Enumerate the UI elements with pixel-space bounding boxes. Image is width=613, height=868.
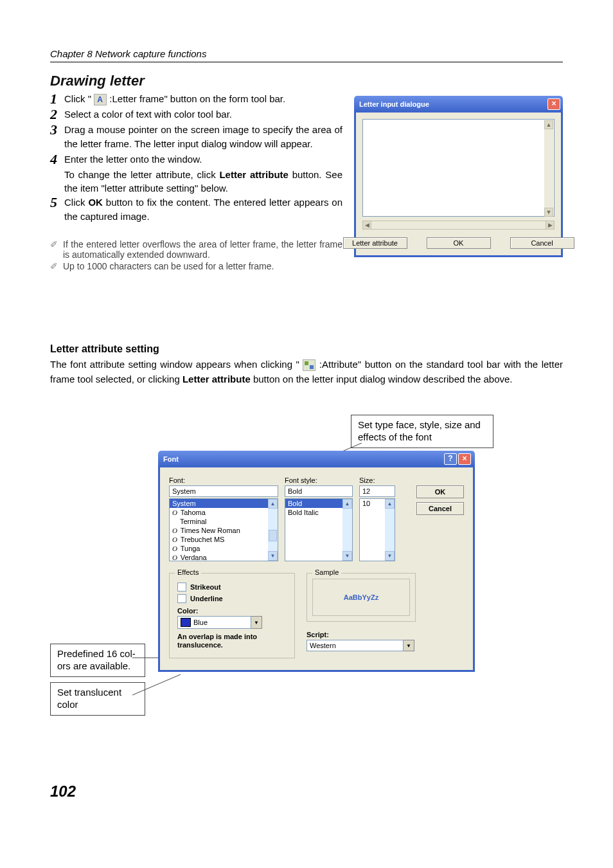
text-bold: Letter attribute	[182, 374, 251, 384]
underline-checkbox[interactable]: Underline	[177, 594, 287, 603]
step-3: Drag a mouse pointer on the screen image…	[64, 123, 342, 151]
text: Click	[64, 197, 88, 208]
note-1: If the entered letter overflows the area…	[63, 239, 342, 260]
color-value: Blue	[193, 619, 208, 626]
scrollbar-vertical[interactable]: ▲ ▼	[342, 499, 352, 561]
scroll-down-icon[interactable]: ▼	[268, 551, 278, 561]
chevron-down-icon[interactable]: ▼	[251, 616, 262, 629]
scrollbar-horizontal[interactable]: ◀ ▶	[362, 221, 555, 230]
scroll-up-icon[interactable]: ▲	[385, 499, 395, 509]
step-number: 5	[50, 195, 60, 224]
font-style-input[interactable]: Bold	[285, 485, 353, 497]
checkbox-label: Strikeout	[190, 583, 221, 591]
ok-button[interactable]: OK	[427, 237, 491, 249]
sample-label: Sample	[312, 568, 341, 576]
close-icon[interactable]: ×	[547, 98, 560, 110]
scroll-down-icon[interactable]: ▼	[544, 208, 553, 217]
step-5: Click OK button to fix the content. The …	[64, 195, 342, 224]
font-style-label: Font style:	[285, 476, 353, 484]
font-dialog-titlebar: Font ? ×	[158, 451, 475, 467]
script-combo[interactable]: Western ▼	[306, 640, 414, 651]
chevron-down-icon[interactable]: ▼	[404, 640, 414, 651]
list-item[interactable]: Times New Roman	[170, 526, 278, 535]
step-2: Select a color of text with color tool b…	[64, 107, 342, 122]
scroll-up-icon[interactable]: ▲	[544, 120, 553, 129]
text: button on the letter input dialog window…	[251, 374, 513, 384]
dialog-titlebar: Letter input dialogue ×	[354, 96, 563, 113]
text: To change the letter attribute, click	[64, 169, 219, 180]
color-combo[interactable]: Blue ▼	[177, 616, 262, 629]
overlap-note: An overlap is made into translucence.	[177, 633, 287, 649]
font-dialog: Font ? × Font: System System Tahoma Te	[158, 451, 475, 671]
note-icon: ✐	[50, 239, 58, 260]
sample-preview: AaBbYyZz	[312, 579, 410, 616]
size-label: Size:	[359, 476, 395, 484]
cancel-button[interactable]: Cancel	[416, 502, 464, 515]
scroll-up-icon[interactable]: ▲	[342, 499, 352, 509]
step-4: Enter the letter onto the window.	[64, 152, 342, 167]
script-label: Script:	[306, 631, 416, 638]
list-item[interactable]: System	[170, 499, 278, 508]
step-number: 4	[50, 152, 60, 167]
list-item[interactable]: Tunga	[170, 544, 278, 553]
step-4-sub: To change the letter attribute, click Le…	[64, 168, 342, 196]
text-bold: OK	[88, 197, 103, 208]
section-title: Drawing letter	[50, 73, 563, 89]
callout-line	[132, 673, 184, 699]
letter-textarea[interactable]: ▲ ▼	[362, 119, 555, 217]
svg-line-2	[132, 674, 181, 695]
scroll-up-icon[interactable]: ▲	[268, 499, 278, 509]
page-number: 102	[50, 782, 76, 800]
scroll-left-icon[interactable]: ◀	[362, 221, 371, 230]
scrollbar-vertical[interactable]: ▲ ▼	[544, 120, 553, 217]
scroll-down-icon[interactable]: ▼	[342, 551, 352, 561]
cancel-button[interactable]: Cancel	[510, 237, 574, 249]
color-swatch-icon	[181, 618, 191, 627]
text: The font attribute setting window appear…	[50, 359, 299, 370]
scroll-down-icon[interactable]: ▼	[385, 551, 395, 561]
size-listbox[interactable]: 10 ▲ ▼	[359, 498, 395, 561]
script-value: Western	[306, 640, 404, 651]
notes: ✐If the entered letter overflows the are…	[50, 239, 342, 272]
note-2: Up to 1000 characters can be used for a …	[63, 261, 274, 272]
letter-attribute-button[interactable]: Letter attribute	[343, 237, 407, 249]
scroll-thumb[interactable]	[269, 530, 277, 541]
strikeout-checkbox[interactable]: Strikeout	[177, 583, 287, 592]
text: :Letter frame" button on the form tool b…	[109, 93, 285, 104]
font-listbox[interactable]: System Tahoma Terminal Times New Roman T…	[169, 498, 278, 561]
callout-colors: Predefined 16 col- ors are available.	[50, 644, 145, 677]
dialog-title: Letter input dialogue	[359, 100, 429, 108]
steps-list: 1 Click " :Letter frame" button on the f…	[50, 92, 342, 224]
step-number: 1	[50, 92, 60, 106]
subsection-title: Letter attribute setting	[50, 343, 563, 355]
font-input[interactable]: System	[169, 485, 278, 497]
chapter-header: Chapter 8 Network capture functions	[50, 48, 563, 62]
close-icon[interactable]: ×	[458, 453, 471, 465]
note-icon: ✐	[50, 261, 58, 272]
list-item[interactable]: Trebuchet MS	[170, 535, 278, 544]
ok-button[interactable]: OK	[416, 485, 464, 498]
checkbox-label: Underline	[190, 595, 223, 602]
text-bold: Letter attribute	[219, 169, 288, 180]
step-1: Click " :Letter frame" button on the for…	[64, 92, 342, 106]
font-style-listbox[interactable]: Bold Bold Italic ▲ ▼	[285, 498, 353, 561]
letter-input-dialog: Letter input dialogue × ▲ ▼ ◀ ▶ Letter a…	[354, 96, 563, 273]
color-label: Color:	[177, 607, 287, 615]
scrollbar-vertical[interactable]: ▲ ▼	[268, 499, 278, 561]
attribute-icon	[303, 359, 315, 371]
step-number: 3	[50, 123, 60, 151]
step-number: 2	[50, 107, 60, 122]
font-dialog-title: Font	[163, 455, 179, 463]
scrollbar-vertical[interactable]: ▲ ▼	[385, 499, 395, 561]
size-input[interactable]: 12	[359, 485, 395, 497]
text: Click "	[64, 93, 91, 104]
help-icon[interactable]: ?	[444, 453, 457, 465]
letter-frame-icon	[94, 94, 107, 105]
text: button to fix the content. The entered l…	[64, 197, 342, 222]
font-label: Font:	[169, 476, 278, 484]
scroll-right-icon[interactable]: ▶	[546, 221, 555, 230]
list-item[interactable]: Tahoma	[170, 508, 278, 517]
list-item[interactable]: Terminal	[170, 517, 278, 526]
effects-label: Effects	[175, 568, 201, 576]
list-item[interactable]: Verdana	[170, 553, 278, 562]
